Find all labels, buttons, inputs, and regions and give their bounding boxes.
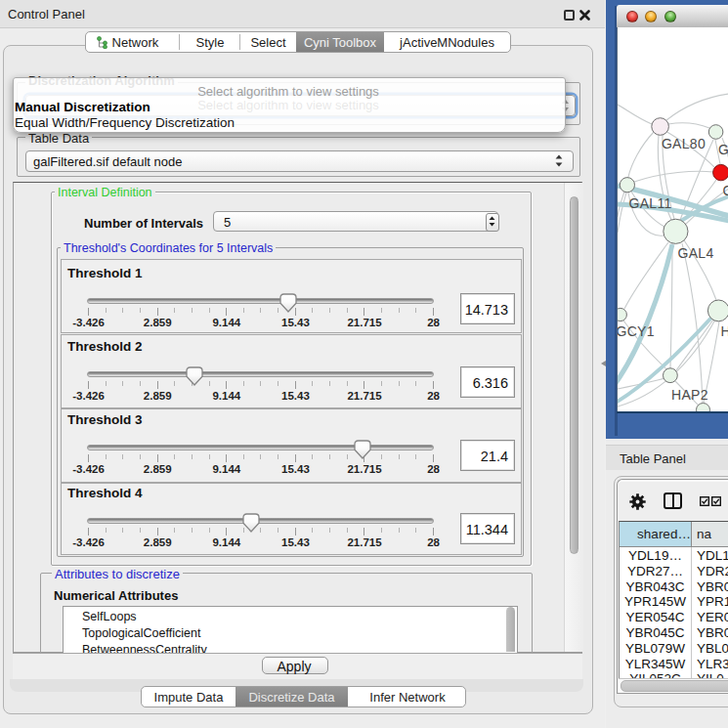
svg-text:C: C xyxy=(723,183,728,198)
svg-text:GA: GA xyxy=(718,142,728,157)
svg-text:GAL11: GAL11 xyxy=(629,195,672,211)
svg-text:HAP2: HAP2 xyxy=(671,387,708,403)
svg-text:GAL80: GAL80 xyxy=(662,136,706,151)
svg-text:GAL4: GAL4 xyxy=(678,245,714,261)
svg-text:H: H xyxy=(721,323,728,339)
svg-text:GCY1: GCY1 xyxy=(617,323,655,339)
